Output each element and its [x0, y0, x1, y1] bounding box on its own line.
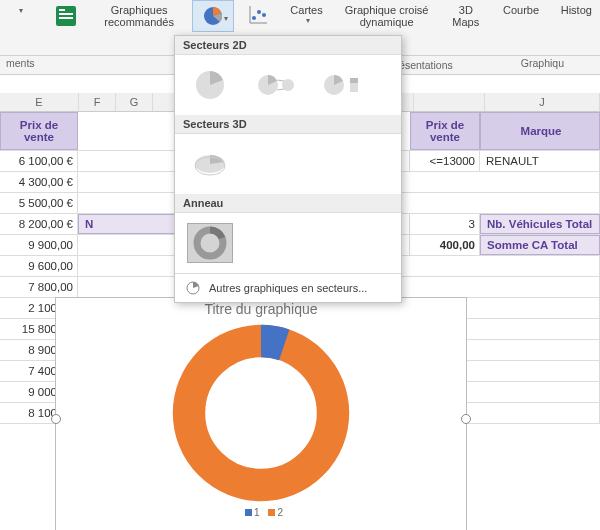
3d-maps-button[interactable]: 3D Maps	[442, 0, 489, 28]
sparkline-line-label: Courbe	[503, 4, 539, 16]
resize-handle-left[interactable]	[51, 414, 61, 424]
cell-value[interactable]: 8 200,00 €	[0, 214, 78, 234]
recommended-charts-button[interactable]: Graphiques recommandés	[92, 0, 186, 28]
legend-label-2: 2	[277, 507, 283, 518]
pie-chart-icon	[199, 4, 227, 28]
chart-legend[interactable]: 1 2	[56, 507, 466, 518]
cell-value[interactable]: 6 100,00 €	[0, 151, 78, 171]
gallery-section-donut: Anneau	[175, 194, 401, 213]
header-prix-left: Prix de vente	[0, 112, 78, 150]
maps-label: Cartes	[290, 4, 322, 16]
gallery-section-2d: Secteurs 2D	[175, 36, 401, 55]
cell-value[interactable]: 4 300,00 €	[0, 172, 78, 192]
chevron-down-icon: ▾	[19, 6, 23, 15]
chevron-down-icon: ▾	[224, 14, 228, 23]
svg-point-9	[262, 13, 266, 17]
pie-icon	[185, 280, 201, 296]
pie-2d-option[interactable]	[187, 65, 233, 105]
pivot-table-button[interactable]	[46, 0, 86, 28]
col-header-G[interactable]: G	[116, 93, 153, 111]
sparkline-column-label: Histog	[561, 4, 592, 16]
svg-line-15	[277, 80, 284, 81]
sparkline-column-button[interactable]: Histog	[553, 0, 600, 16]
maps-button[interactable]: Cartes ▾	[282, 0, 331, 25]
scatter-chart-button[interactable]	[240, 0, 276, 30]
svg-rect-1	[59, 9, 65, 11]
header-prix-right: Prix de vente	[410, 112, 480, 150]
chevron-down-icon: ▾	[306, 16, 310, 25]
embedded-chart[interactable]: Titre du graphique 1 2	[55, 297, 467, 530]
sparkline-line-button[interactable]: Courbe	[496, 0, 547, 16]
group-label-left: ments	[2, 56, 39, 74]
cell-value[interactable]: 7 800,00	[0, 277, 78, 297]
cell-value[interactable]: 9 900,00	[0, 235, 78, 255]
pivot-chart-label: Graphique croisé dynamique	[345, 4, 429, 28]
svg-rect-19	[350, 78, 358, 83]
pivot-table-icon	[52, 4, 80, 28]
pie-chart-dropdown[interactable]: ▾	[192, 0, 234, 32]
scatter-icon	[244, 3, 272, 27]
cell-value[interactable]: 9 600,00	[0, 256, 78, 276]
gallery-section-3d: Secteurs 3D	[175, 115, 401, 134]
donut-series-1[interactable]	[261, 341, 284, 345]
col-header-E[interactable]: E	[0, 93, 79, 111]
pie-3d-option[interactable]	[187, 144, 233, 184]
donut-series-2[interactable]	[189, 341, 333, 485]
header-marque: Marque	[480, 112, 600, 150]
svg-point-7	[252, 16, 256, 20]
more-pie-label: Autres graphiques en secteurs...	[209, 282, 367, 294]
nb-total-label[interactable]: Nb. Véhicules Total	[480, 214, 600, 234]
cell-value[interactable]: 5 500,00 €	[0, 193, 78, 213]
svg-point-8	[257, 10, 261, 14]
pie-chart-gallery: Secteurs 2D Secteurs 3D Anneau Autres gr…	[174, 35, 402, 303]
legend-swatch-2	[268, 509, 275, 516]
pivot-chart-button[interactable]: Graphique croisé dynamique	[337, 0, 436, 28]
svg-rect-2	[59, 13, 73, 15]
pie-of-pie-option[interactable]	[253, 65, 299, 105]
legend-label-1: 1	[254, 507, 260, 518]
doughnut-option[interactable]	[187, 223, 233, 263]
chart-plot-area[interactable]	[56, 323, 466, 503]
ribbon-dropdown-left[interactable]: ▾	[0, 0, 40, 15]
col-header-F[interactable]: F	[79, 93, 116, 111]
sum-total-label[interactable]: Somme CA Total	[480, 235, 600, 255]
criteria-marque[interactable]: RENAULT	[480, 151, 600, 171]
legend-swatch-1	[245, 509, 252, 516]
more-pie-charts[interactable]: Autres graphiques en secteurs...	[175, 273, 401, 302]
col-header-J[interactable]: J	[485, 93, 600, 111]
resize-handle-right[interactable]	[461, 414, 471, 424]
svg-rect-3	[59, 17, 73, 19]
criteria-value[interactable]: <=13000	[410, 151, 480, 171]
svg-line-16	[277, 89, 284, 90]
group-label-graph: Graphiqu	[517, 56, 568, 74]
amount-cell[interactable]: 400,00	[410, 235, 480, 255]
3d-maps-label: 3D Maps	[452, 4, 479, 28]
recommended-charts-label: Graphiques recommandés	[104, 4, 174, 28]
count-cell[interactable]: 3	[410, 214, 480, 234]
bar-of-pie-option[interactable]	[319, 65, 365, 105]
